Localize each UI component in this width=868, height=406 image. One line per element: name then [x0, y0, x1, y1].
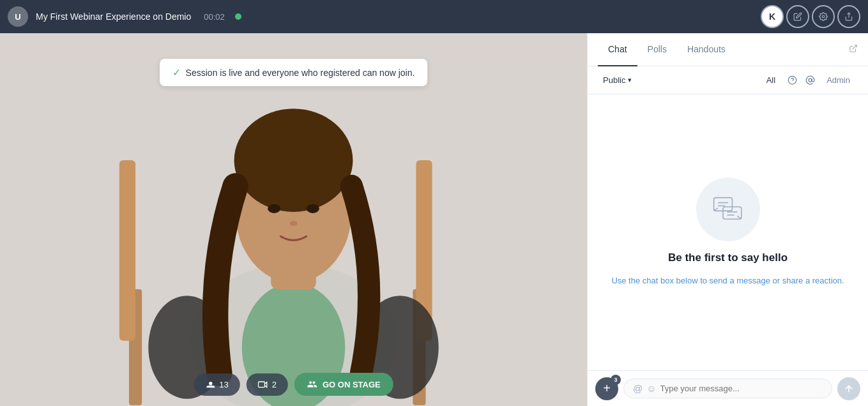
admin-filter[interactable]: Admin [819, 73, 858, 87]
video-area: ✓ Session is live and everyone who regis… [0, 33, 587, 406]
empty-state-title: Be the first to say hello [668, 252, 788, 264]
camera-count: 2 [272, 380, 277, 389]
chat-input-wrapper: @ ☺ [623, 379, 832, 398]
send-icon [844, 384, 854, 394]
help-icon-button[interactable] [783, 71, 801, 89]
public-dropdown[interactable]: Public ▾ [598, 73, 637, 87]
chat-input-area: + 3 @ ☺ [588, 370, 868, 406]
filter-all[interactable]: All [759, 73, 783, 87]
stage-icon [307, 379, 317, 389]
check-icon: ✓ [172, 66, 181, 79]
tab-polls[interactable]: Polls [637, 33, 677, 66]
header-controls: K [761, 5, 860, 28]
edit-button[interactable] [786, 5, 809, 28]
message-input[interactable] [660, 384, 823, 393]
video-placeholder [0, 33, 587, 406]
chat-body: Be the first to say hello Use the chat b… [588, 94, 868, 370]
go-on-stage-button[interactable]: GO ON STAGE [294, 373, 393, 396]
add-button[interactable]: + 3 [595, 377, 618, 400]
external-link-icon[interactable] [849, 44, 858, 56]
svg-line-19 [853, 45, 857, 49]
chat-sidebar: Chat Polls Handouts Public ▾ [587, 33, 868, 406]
main-content: ✓ Session is live and everyone who regis… [0, 33, 868, 406]
svg-point-17 [289, 221, 297, 226]
svg-point-22 [809, 79, 812, 82]
user-avatar: U [8, 6, 28, 27]
emoji-icon[interactable]: ☺ [646, 383, 656, 394]
emoji-at-icon[interactable]: @ [633, 383, 643, 394]
go-stage-label: GO ON STAGE [323, 380, 381, 389]
session-toast: ✓ Session is live and everyone who regis… [160, 59, 428, 86]
chat-empty-icon [696, 177, 760, 241]
mention-icon-button[interactable] [801, 71, 819, 89]
share-button[interactable] [837, 5, 860, 28]
attendees-icon [205, 380, 215, 388]
webinar-title: My First Webinar Experience on Demio [36, 11, 191, 22]
chat-subheader: Public ▾ All Admin [588, 66, 868, 94]
toast-message: Session is live and everyone who registe… [186, 68, 415, 78]
chevron-down-icon: ▾ [628, 76, 632, 84]
camera-pill[interactable]: 2 [247, 373, 288, 396]
settings-button[interactable] [812, 5, 835, 28]
attendees-count: 13 [219, 380, 228, 389]
timer: 00:02 [204, 12, 225, 22]
svg-rect-18 [258, 382, 264, 387]
question-icon [788, 75, 797, 85]
public-label: Public [603, 75, 625, 85]
empty-state-subtitle: Use the chat box below to send a message… [611, 274, 844, 287]
participant-avatar-k: K [761, 5, 784, 28]
presenter-video [0, 33, 587, 406]
svg-point-15 [268, 204, 280, 213]
header: U My First Webinar Experience on Demio 0… [0, 0, 868, 33]
svg-point-16 [307, 204, 319, 213]
chat-bubbles-icon [712, 197, 744, 222]
at-icon [805, 75, 815, 85]
tab-handouts[interactable]: Handouts [677, 33, 736, 66]
send-button[interactable] [837, 377, 860, 400]
notification-badge: 3 [611, 375, 621, 385]
live-indicator [235, 13, 241, 20]
camera-icon [258, 380, 268, 388]
attendees-pill[interactable]: 13 [194, 373, 240, 396]
svg-point-0 [822, 15, 825, 18]
tab-chat[interactable]: Chat [598, 33, 637, 66]
chat-tabs: Chat Polls Handouts [588, 33, 868, 66]
svg-point-14 [234, 109, 353, 212]
svg-rect-6 [119, 160, 135, 341]
bottom-bar: 13 2 GO ON STAGE [194, 373, 393, 396]
